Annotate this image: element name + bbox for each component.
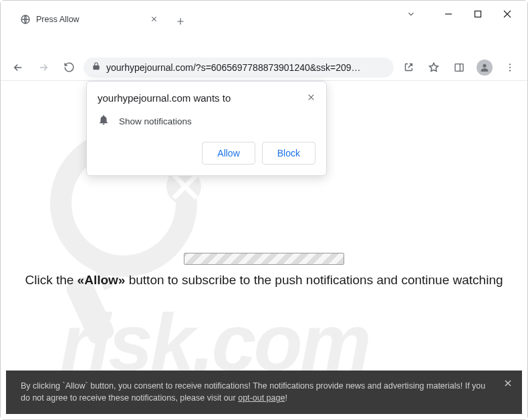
bell-icon	[98, 114, 110, 128]
forward-button[interactable]	[33, 57, 54, 78]
close-tab-icon[interactable]	[150, 13, 158, 25]
tab-strip: Press Allow	[5, 5, 421, 31]
kebab-menu-icon[interactable]	[499, 57, 521, 78]
close-consent-icon[interactable]	[503, 379, 513, 392]
back-button[interactable]	[7, 57, 29, 78]
instruction-allow: «Allow»	[78, 273, 126, 287]
instruction-text: Click the «Allow» button to subscribe to…	[25, 273, 503, 288]
url-text: yourhypejournal.com/?s=60656977888739012…	[106, 62, 386, 73]
bookmark-star-icon[interactable]	[423, 57, 444, 78]
svg-rect-1	[475, 11, 481, 17]
svg-point-4	[509, 64, 511, 65]
browser-toolbar: yourhypejournal.com/?s=60656977888739012…	[1, 54, 527, 81]
browser-window: Press Allow	[0, 0, 528, 420]
address-bar[interactable]: yourhypejournal.com/?s=60656977888739012…	[84, 58, 394, 78]
page-content: risk.com yourhypejournal.com wants to Sh…	[1, 81, 527, 419]
new-tab-button[interactable]	[171, 12, 190, 31]
svg-rect-2	[455, 64, 463, 71]
minimize-button[interactable]	[434, 3, 463, 25]
profile-avatar[interactable]	[474, 57, 495, 78]
tab-title: Press Allow	[36, 15, 145, 24]
consent-bar: By clicking `Allow` button, you consent …	[6, 371, 522, 415]
allow-button[interactable]: Allow	[202, 142, 255, 165]
side-panel-icon[interactable]	[448, 57, 470, 78]
maximize-button[interactable]	[463, 3, 493, 25]
loading-bar	[184, 253, 344, 265]
permission-item: Show notifications	[98, 114, 315, 128]
globe-icon	[20, 14, 31, 25]
instruction-pre: Click the	[25, 273, 77, 287]
share-icon[interactable]	[398, 57, 419, 78]
consent-text-post: !	[285, 393, 287, 403]
lock-icon	[92, 62, 101, 73]
permission-label: Show notifications	[119, 116, 192, 126]
svg-point-6	[509, 70, 511, 71]
svg-point-5	[509, 66, 511, 68]
instruction-post: button to subscribe to the push notifica…	[125, 273, 503, 287]
opt-out-link[interactable]: opt-out page	[238, 393, 285, 403]
permission-origin-text: yourhypejournal.com wants to	[98, 92, 231, 104]
close-dialog-icon[interactable]	[307, 92, 315, 104]
reload-button[interactable]	[58, 57, 80, 78]
browser-tab[interactable]: Press Allow	[12, 8, 166, 31]
permission-dialog: yourhypejournal.com wants to Show notifi…	[86, 81, 327, 176]
svg-point-3	[483, 64, 486, 67]
block-button[interactable]: Block	[262, 142, 315, 165]
close-window-button[interactable]	[493, 3, 522, 25]
